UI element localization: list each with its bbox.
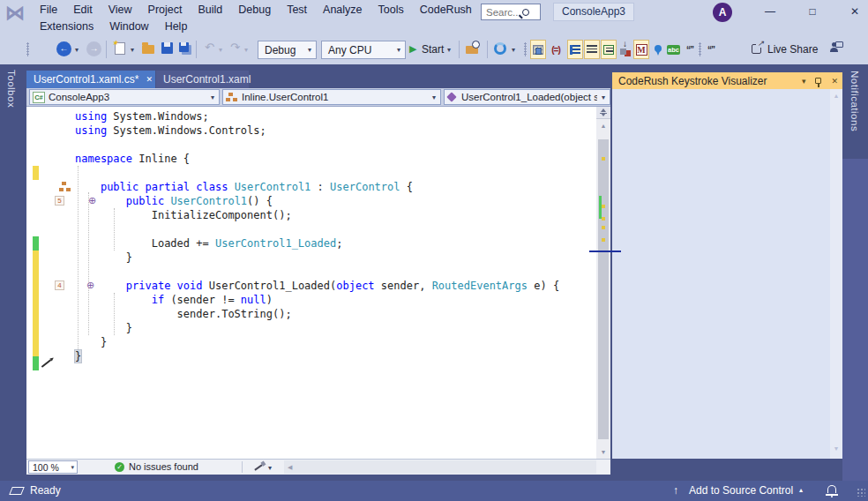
background-task-icon bbox=[9, 487, 25, 495]
menu-item[interactable]: View bbox=[101, 1, 140, 19]
editor-horizontal-scrollbar[interactable]: ◀ bbox=[284, 460, 596, 474]
live-share-button[interactable] bbox=[752, 44, 761, 54]
code-cleanup-icon[interactable] bbox=[254, 464, 262, 470]
class-declaration-icon[interactable] bbox=[62, 182, 66, 185]
menu-item[interactable]: Extensions bbox=[32, 18, 101, 35]
feedback-button[interactable] bbox=[830, 41, 838, 52]
panel-close-icon[interactable]: ✕ bbox=[827, 77, 842, 86]
close-button[interactable]: ✕ bbox=[842, 3, 868, 20]
code-lines: using System.Windows;using System.Window… bbox=[75, 109, 559, 363]
menu-item[interactable]: Analyze bbox=[315, 1, 370, 19]
maximize-button[interactable]: □ bbox=[799, 3, 826, 20]
format-list-blue-toggle[interactable] bbox=[567, 40, 583, 59]
notifications-tab[interactable]: Notifications bbox=[849, 71, 860, 131]
menu-item[interactable]: Tools bbox=[370, 1, 412, 19]
spell-check-button[interactable]: abc bbox=[664, 40, 683, 59]
menu-item[interactable]: Edit bbox=[65, 1, 101, 19]
start-debug-button[interactable]: Start bbox=[422, 43, 444, 56]
type-dropdown[interactable]: Inline.UserControl1 ▾ bbox=[222, 89, 441, 105]
new-project-button[interactable] bbox=[115, 42, 125, 55]
tab-usercontrol1-xaml-cs[interactable]: UserControl1.xaml.cs* ✕ bbox=[26, 71, 155, 88]
toolbar-grip[interactable] bbox=[699, 42, 701, 56]
health-indicator-icon[interactable]: ✓ bbox=[115, 462, 124, 472]
scroll-down-icon[interactable]: ▼ bbox=[830, 445, 842, 452]
live-share-label[interactable]: Live Share bbox=[767, 43, 818, 56]
member-complexity-badge[interactable]: 5 bbox=[55, 196, 64, 206]
resize-grip[interactable] bbox=[857, 488, 865, 497]
feedback-person-icon bbox=[830, 48, 838, 52]
navigate-back-button[interactable]: ← bbox=[56, 41, 71, 56]
start-debug-play-icon[interactable]: ▶ bbox=[409, 43, 416, 55]
editor-vertical-scrollbar[interactable]: ▲ ▼ bbox=[596, 107, 610, 459]
pin-icon[interactable] bbox=[815, 78, 821, 84]
code-cleanup-dropdown[interactable]: ▾ bbox=[268, 464, 272, 472]
format-list-green-toggle[interactable] bbox=[601, 40, 617, 59]
csharp-project-icon: C# bbox=[33, 92, 45, 103]
code-editor[interactable]: 5 4 ⊕ ⊕ using System.Windows;using Syste… bbox=[26, 107, 596, 459]
menu-item[interactable]: Build bbox=[190, 1, 230, 19]
panel-menu-dropdown[interactable]: ▾ bbox=[797, 77, 811, 86]
minimize-button[interactable]: — bbox=[757, 3, 783, 20]
tab-usercontrol1-xaml[interactable]: UserControl1.xaml bbox=[156, 71, 249, 88]
toolbox-tab[interactable]: Toolbox bbox=[6, 70, 17, 108]
show-parens-button[interactable]: (=) bbox=[548, 40, 564, 59]
search-input[interactable] bbox=[482, 7, 522, 18]
solution-name-label: ConsoleApp3 bbox=[553, 3, 634, 21]
redo-dropdown[interactable]: ▾ bbox=[244, 46, 248, 54]
quick-search-box[interactable] bbox=[481, 4, 541, 20]
undo-button[interactable]: ↶ bbox=[205, 41, 214, 54]
scroll-up-icon[interactable]: ▲ bbox=[596, 123, 610, 129]
start-dropdown[interactable]: ▾ bbox=[447, 46, 451, 54]
menu-item[interactable]: Test bbox=[279, 1, 315, 19]
split-window-handle[interactable] bbox=[596, 107, 610, 119]
navigate-forward-button[interactable]: → bbox=[86, 41, 101, 56]
toolbar-overflow-dropdown[interactable]: ▾ bbox=[512, 46, 515, 54]
coderush-panel-header[interactable]: CodeRush Keystroke Visualizer ▾ ✕ bbox=[612, 72, 842, 89]
tab-close-icon[interactable]: ✕ bbox=[146, 75, 153, 84]
smart-quotes-button-1[interactable]: “” bbox=[684, 40, 696, 59]
save-all-button[interactable] bbox=[179, 42, 189, 52]
redo-button[interactable]: ↷ bbox=[230, 41, 240, 54]
toolbar-grip[interactable] bbox=[26, 42, 29, 56]
solution-configuration-dropdown[interactable]: Debug▾ bbox=[258, 41, 317, 59]
menu-item[interactable]: Help bbox=[157, 18, 196, 35]
scroll-left-icon[interactable]: ◀ bbox=[288, 464, 292, 471]
import-cleanup-button[interactable] bbox=[617, 40, 633, 59]
scroll-down-icon[interactable]: ▼ bbox=[596, 449, 610, 455]
scroll-mark-yellow bbox=[602, 238, 605, 242]
member-complexity-badge[interactable]: 4 bbox=[55, 280, 64, 290]
add-to-source-control-button[interactable]: Add to Source Control bbox=[689, 484, 793, 497]
menu-item[interactable]: File bbox=[32, 1, 65, 19]
solution-platform-dropdown[interactable]: Any CPU▾ bbox=[321, 41, 406, 59]
member-sections-toggle[interactable] bbox=[530, 40, 546, 59]
notifications-bell-icon[interactable] bbox=[827, 485, 836, 493]
markdown-toggle[interactable]: M bbox=[633, 40, 649, 59]
chevron-down-icon: ▾ bbox=[206, 93, 219, 101]
project-dropdown[interactable]: C# ConsoleApp3 ▾ bbox=[29, 89, 220, 105]
save-button[interactable] bbox=[161, 42, 173, 54]
panel-scrollbar[interactable]: ▲ ▼ bbox=[830, 89, 842, 459]
undo-dropdown[interactable]: ▾ bbox=[219, 46, 222, 54]
up-arrow-icon: ↑ bbox=[673, 484, 678, 497]
zoom-level-dropdown[interactable]: 100 % ▾ bbox=[28, 460, 78, 474]
format-list-dark-toggle[interactable] bbox=[584, 40, 600, 59]
scroll-up-icon[interactable]: ▲ bbox=[830, 93, 842, 99]
account-avatar[interactable]: A bbox=[713, 3, 732, 22]
menu-item[interactable]: CodeRush bbox=[412, 1, 480, 19]
menu-item[interactable]: Window bbox=[101, 18, 156, 35]
member-dropdown[interactable]: UserControl1_Loaded(object sende ▾ bbox=[444, 89, 610, 105]
navigate-back-dropdown[interactable]: ▾ bbox=[75, 46, 79, 54]
menu-item[interactable]: Debug bbox=[230, 1, 279, 19]
open-file-button[interactable] bbox=[142, 42, 154, 54]
scrollbar-thumb[interactable] bbox=[598, 139, 609, 439]
quotes-icon: “” bbox=[686, 45, 693, 55]
menu-item[interactable]: Project bbox=[140, 1, 191, 19]
smart-quotes-button-2[interactable]: “” bbox=[705, 40, 717, 59]
find-in-files-button[interactable] bbox=[466, 42, 478, 54]
new-project-dropdown[interactable]: ▾ bbox=[131, 46, 134, 54]
toolbar-grip[interactable] bbox=[524, 42, 527, 56]
issues-status-label[interactable]: No issues found bbox=[129, 461, 198, 472]
coderush-training-button[interactable] bbox=[494, 42, 506, 55]
source-control-caret-icon[interactable]: ▴ bbox=[799, 486, 803, 494]
status-bar: Ready ↑ Add to Source Control ▴ bbox=[0, 481, 868, 501]
